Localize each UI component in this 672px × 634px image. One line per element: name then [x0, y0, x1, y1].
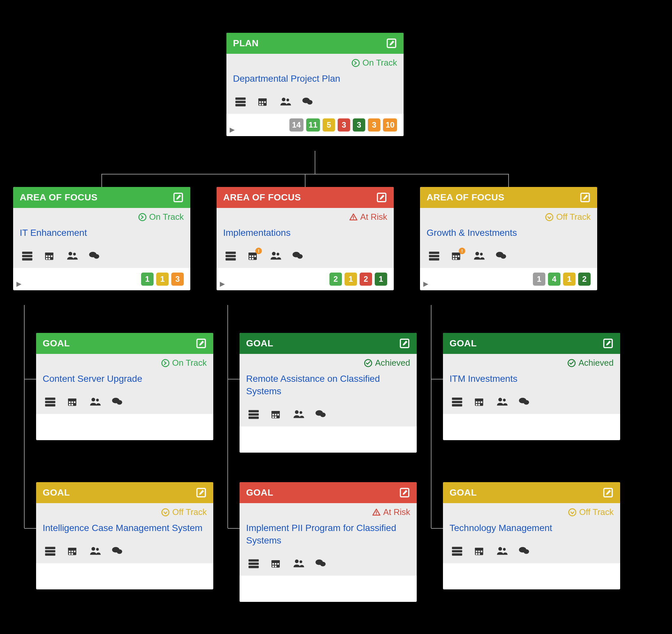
chat-icon[interactable] [519, 397, 530, 407]
card-title-link[interactable]: IT Enhancement [20, 228, 87, 238]
connector-line [101, 174, 102, 187]
card-title-link[interactable]: ITM Investments [450, 373, 518, 384]
people-icon[interactable] [496, 546, 507, 556]
count-badge: 1 [141, 272, 153, 286]
people-icon[interactable] [280, 97, 291, 106]
card-title-link[interactable]: Content Server Upgrade [43, 373, 142, 384]
goal-card: GOAL Off Track Intelligence Case Managem… [36, 482, 213, 589]
calendar-icon[interactable] [257, 97, 268, 106]
chat-icon[interactable] [519, 546, 530, 556]
status-label: On Track [149, 212, 184, 222]
svg-rect-6 [259, 98, 267, 100]
server-icon[interactable] [429, 251, 440, 261]
calendar-icon[interactable]: ! [247, 251, 259, 261]
calendar-icon[interactable] [474, 397, 485, 407]
people-icon[interactable] [89, 546, 100, 556]
server-icon[interactable] [45, 397, 56, 407]
edit-icon[interactable] [579, 192, 591, 203]
server-icon[interactable] [248, 559, 259, 568]
edit-icon[interactable] [196, 487, 207, 498]
svg-rect-75 [249, 258, 251, 260]
server-icon[interactable] [452, 397, 463, 407]
svg-point-28 [69, 252, 72, 255]
expand-toggle[interactable]: ▶ [17, 280, 21, 288]
svg-point-29 [73, 252, 76, 255]
card-title-link[interactable]: Implement PII Program for Classified Sys… [246, 523, 397, 545]
edit-icon[interactable] [376, 192, 387, 203]
action-icon-row [36, 539, 213, 563]
svg-point-158 [498, 547, 502, 551]
svg-rect-102 [248, 566, 259, 568]
svg-rect-25 [51, 255, 52, 257]
chat-icon[interactable] [496, 251, 507, 261]
count-badge: 1 [344, 272, 357, 286]
expand-toggle[interactable]: ▶ [230, 126, 235, 133]
people-icon[interactable] [496, 397, 507, 407]
svg-point-126 [476, 252, 479, 255]
connector-line [24, 379, 36, 380]
svg-rect-8 [262, 101, 263, 103]
card-title-link[interactable]: Growth & Investments [427, 228, 517, 238]
svg-point-77 [272, 252, 275, 255]
calendar-icon[interactable] [44, 251, 55, 261]
edit-icon[interactable] [173, 192, 184, 203]
server-icon[interactable] [45, 546, 56, 556]
svg-point-66 [353, 218, 354, 219]
chat-icon[interactable] [112, 397, 123, 407]
people-icon[interactable] [473, 251, 484, 261]
server-icon[interactable] [22, 251, 33, 261]
server-icon[interactable] [235, 97, 246, 106]
people-icon[interactable] [293, 559, 304, 568]
count-badge: 11 [306, 118, 320, 131]
expand-toggle[interactable]: ▶ [220, 280, 225, 288]
calendar-icon[interactable] [474, 546, 485, 556]
calendar-icon[interactable] [67, 397, 78, 407]
calendar-icon[interactable] [270, 409, 282, 419]
svg-rect-88 [272, 414, 274, 415]
card-type-label: AREA OF FOCUS [427, 192, 504, 203]
status-label: At Risk [360, 212, 387, 222]
people-icon[interactable] [270, 251, 281, 261]
people-icon[interactable] [66, 251, 77, 261]
chat-icon[interactable] [315, 409, 326, 419]
connector-line [431, 528, 443, 529]
svg-rect-90 [277, 414, 279, 415]
server-icon[interactable] [452, 546, 463, 556]
edit-icon[interactable] [399, 487, 410, 498]
server-icon[interactable] [225, 251, 236, 261]
area-card: AREA OF FOCUS On Track IT Enhancement 11… [13, 187, 190, 290]
people-icon[interactable] [89, 397, 100, 407]
svg-rect-124 [453, 258, 454, 260]
svg-rect-125 [455, 258, 457, 260]
connector-line [315, 151, 315, 174]
edit-icon[interactable] [196, 338, 207, 349]
edit-icon[interactable] [602, 338, 614, 349]
chat-icon[interactable] [292, 251, 303, 261]
card-title-link[interactable]: Implementations [223, 228, 290, 238]
svg-point-143 [503, 398, 506, 401]
chat-icon[interactable] [112, 546, 123, 556]
card-title-link[interactable]: Departmental Project Plan [233, 73, 340, 83]
chat-icon[interactable] [302, 97, 313, 106]
server-icon[interactable] [248, 409, 259, 419]
chat-icon[interactable] [315, 559, 326, 568]
svg-rect-149 [452, 550, 462, 552]
edit-icon[interactable] [399, 338, 410, 349]
card-footer-blank [240, 576, 417, 602]
calendar-icon[interactable] [67, 546, 78, 556]
status-row: At Risk [240, 503, 417, 519]
edit-icon[interactable] [386, 38, 397, 49]
edit-icon[interactable] [602, 487, 614, 498]
status-row: At Risk [217, 208, 394, 224]
expand-toggle[interactable]: ▶ [423, 280, 428, 288]
card-title-link[interactable]: Intelligence Case Management System [43, 523, 202, 533]
card-title-link[interactable]: Remote Assistance on Classified Systems [246, 373, 380, 396]
calendar-icon[interactable] [270, 559, 282, 568]
card-title-link[interactable]: Technology Management [450, 523, 552, 533]
people-icon[interactable] [293, 409, 304, 419]
calendar-icon[interactable]: ! [451, 251, 462, 261]
svg-rect-58 [69, 553, 71, 555]
chat-icon[interactable] [89, 251, 100, 261]
count-badge: 5 [322, 118, 335, 131]
action-icon-row [226, 90, 404, 114]
